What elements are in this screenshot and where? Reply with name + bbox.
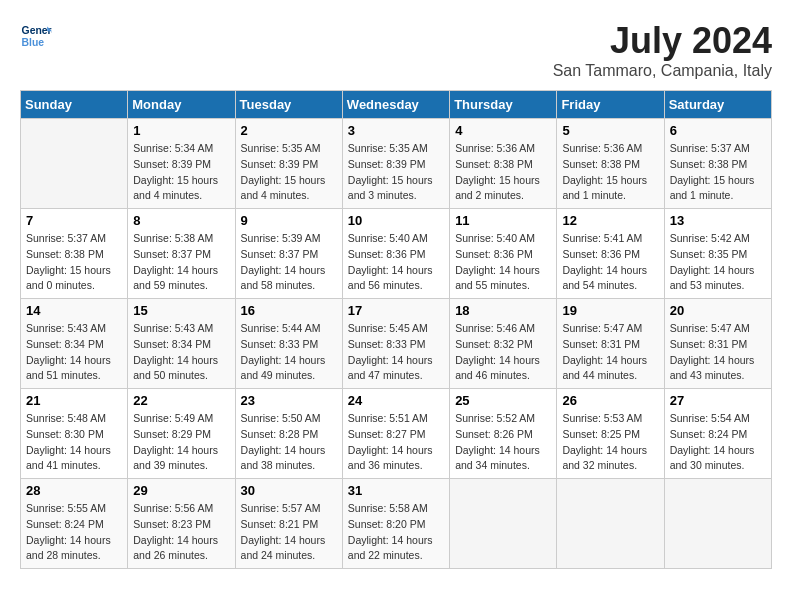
day-number: 15 (133, 303, 229, 318)
calendar-cell: 18Sunrise: 5:46 AM Sunset: 8:32 PM Dayli… (450, 299, 557, 389)
day-info: Sunrise: 5:36 AM Sunset: 8:38 PM Dayligh… (455, 141, 551, 204)
svg-text:Blue: Blue (22, 37, 45, 48)
day-number: 30 (241, 483, 337, 498)
calendar-cell: 25Sunrise: 5:52 AM Sunset: 8:26 PM Dayli… (450, 389, 557, 479)
calendar-cell: 2Sunrise: 5:35 AM Sunset: 8:39 PM Daylig… (235, 119, 342, 209)
weekday-header-thursday: Thursday (450, 91, 557, 119)
calendar-cell: 3Sunrise: 5:35 AM Sunset: 8:39 PM Daylig… (342, 119, 449, 209)
day-number: 25 (455, 393, 551, 408)
week-row-4: 21Sunrise: 5:48 AM Sunset: 8:30 PM Dayli… (21, 389, 772, 479)
day-info: Sunrise: 5:53 AM Sunset: 8:25 PM Dayligh… (562, 411, 658, 474)
calendar-cell: 17Sunrise: 5:45 AM Sunset: 8:33 PM Dayli… (342, 299, 449, 389)
calendar-cell: 27Sunrise: 5:54 AM Sunset: 8:24 PM Dayli… (664, 389, 771, 479)
day-info: Sunrise: 5:56 AM Sunset: 8:23 PM Dayligh… (133, 501, 229, 564)
day-info: Sunrise: 5:47 AM Sunset: 8:31 PM Dayligh… (562, 321, 658, 384)
calendar-table: SundayMondayTuesdayWednesdayThursdayFrid… (20, 90, 772, 569)
day-number: 3 (348, 123, 444, 138)
weekday-header-wednesday: Wednesday (342, 91, 449, 119)
day-number: 28 (26, 483, 122, 498)
week-row-3: 14Sunrise: 5:43 AM Sunset: 8:34 PM Dayli… (21, 299, 772, 389)
calendar-cell (450, 479, 557, 569)
location: San Tammaro, Campania, Italy (553, 62, 772, 80)
page-header: General Blue July 2024 San Tammaro, Camp… (20, 20, 772, 80)
day-info: Sunrise: 5:44 AM Sunset: 8:33 PM Dayligh… (241, 321, 337, 384)
day-number: 10 (348, 213, 444, 228)
day-number: 31 (348, 483, 444, 498)
calendar-cell: 5Sunrise: 5:36 AM Sunset: 8:38 PM Daylig… (557, 119, 664, 209)
day-info: Sunrise: 5:39 AM Sunset: 8:37 PM Dayligh… (241, 231, 337, 294)
day-number: 4 (455, 123, 551, 138)
day-number: 16 (241, 303, 337, 318)
week-row-2: 7Sunrise: 5:37 AM Sunset: 8:38 PM Daylig… (21, 209, 772, 299)
calendar-cell: 20Sunrise: 5:47 AM Sunset: 8:31 PM Dayli… (664, 299, 771, 389)
day-number: 21 (26, 393, 122, 408)
day-number: 9 (241, 213, 337, 228)
day-number: 7 (26, 213, 122, 228)
calendar-cell: 11Sunrise: 5:40 AM Sunset: 8:36 PM Dayli… (450, 209, 557, 299)
calendar-cell: 1Sunrise: 5:34 AM Sunset: 8:39 PM Daylig… (128, 119, 235, 209)
day-number: 23 (241, 393, 337, 408)
calendar-cell: 30Sunrise: 5:57 AM Sunset: 8:21 PM Dayli… (235, 479, 342, 569)
day-number: 29 (133, 483, 229, 498)
day-number: 13 (670, 213, 766, 228)
day-number: 22 (133, 393, 229, 408)
weekday-header-monday: Monday (128, 91, 235, 119)
day-info: Sunrise: 5:50 AM Sunset: 8:28 PM Dayligh… (241, 411, 337, 474)
calendar-cell (664, 479, 771, 569)
day-info: Sunrise: 5:45 AM Sunset: 8:33 PM Dayligh… (348, 321, 444, 384)
day-info: Sunrise: 5:52 AM Sunset: 8:26 PM Dayligh… (455, 411, 551, 474)
weekday-header-tuesday: Tuesday (235, 91, 342, 119)
day-info: Sunrise: 5:37 AM Sunset: 8:38 PM Dayligh… (670, 141, 766, 204)
calendar-cell: 26Sunrise: 5:53 AM Sunset: 8:25 PM Dayli… (557, 389, 664, 479)
week-row-5: 28Sunrise: 5:55 AM Sunset: 8:24 PM Dayli… (21, 479, 772, 569)
calendar-cell: 21Sunrise: 5:48 AM Sunset: 8:30 PM Dayli… (21, 389, 128, 479)
day-info: Sunrise: 5:57 AM Sunset: 8:21 PM Dayligh… (241, 501, 337, 564)
day-number: 6 (670, 123, 766, 138)
calendar-cell: 8Sunrise: 5:38 AM Sunset: 8:37 PM Daylig… (128, 209, 235, 299)
calendar-cell: 22Sunrise: 5:49 AM Sunset: 8:29 PM Dayli… (128, 389, 235, 479)
day-info: Sunrise: 5:58 AM Sunset: 8:20 PM Dayligh… (348, 501, 444, 564)
calendar-cell: 31Sunrise: 5:58 AM Sunset: 8:20 PM Dayli… (342, 479, 449, 569)
calendar-cell: 16Sunrise: 5:44 AM Sunset: 8:33 PM Dayli… (235, 299, 342, 389)
calendar-cell: 24Sunrise: 5:51 AM Sunset: 8:27 PM Dayli… (342, 389, 449, 479)
day-info: Sunrise: 5:35 AM Sunset: 8:39 PM Dayligh… (241, 141, 337, 204)
calendar-cell: 28Sunrise: 5:55 AM Sunset: 8:24 PM Dayli… (21, 479, 128, 569)
day-info: Sunrise: 5:48 AM Sunset: 8:30 PM Dayligh… (26, 411, 122, 474)
day-info: Sunrise: 5:38 AM Sunset: 8:37 PM Dayligh… (133, 231, 229, 294)
calendar-cell: 9Sunrise: 5:39 AM Sunset: 8:37 PM Daylig… (235, 209, 342, 299)
calendar-cell: 12Sunrise: 5:41 AM Sunset: 8:36 PM Dayli… (557, 209, 664, 299)
day-number: 11 (455, 213, 551, 228)
day-info: Sunrise: 5:37 AM Sunset: 8:38 PM Dayligh… (26, 231, 122, 294)
calendar-cell: 23Sunrise: 5:50 AM Sunset: 8:28 PM Dayli… (235, 389, 342, 479)
day-number: 19 (562, 303, 658, 318)
day-info: Sunrise: 5:49 AM Sunset: 8:29 PM Dayligh… (133, 411, 229, 474)
day-info: Sunrise: 5:42 AM Sunset: 8:35 PM Dayligh… (670, 231, 766, 294)
day-info: Sunrise: 5:51 AM Sunset: 8:27 PM Dayligh… (348, 411, 444, 474)
day-number: 20 (670, 303, 766, 318)
day-number: 2 (241, 123, 337, 138)
day-number: 12 (562, 213, 658, 228)
day-info: Sunrise: 5:41 AM Sunset: 8:36 PM Dayligh… (562, 231, 658, 294)
logo: General Blue (20, 20, 52, 52)
day-info: Sunrise: 5:36 AM Sunset: 8:38 PM Dayligh… (562, 141, 658, 204)
day-info: Sunrise: 5:40 AM Sunset: 8:36 PM Dayligh… (455, 231, 551, 294)
calendar-cell: 6Sunrise: 5:37 AM Sunset: 8:38 PM Daylig… (664, 119, 771, 209)
day-number: 26 (562, 393, 658, 408)
day-info: Sunrise: 5:46 AM Sunset: 8:32 PM Dayligh… (455, 321, 551, 384)
calendar-cell: 19Sunrise: 5:47 AM Sunset: 8:31 PM Dayli… (557, 299, 664, 389)
weekday-header-sunday: Sunday (21, 91, 128, 119)
weekday-header-saturday: Saturday (664, 91, 771, 119)
day-info: Sunrise: 5:35 AM Sunset: 8:39 PM Dayligh… (348, 141, 444, 204)
day-info: Sunrise: 5:43 AM Sunset: 8:34 PM Dayligh… (133, 321, 229, 384)
day-info: Sunrise: 5:34 AM Sunset: 8:39 PM Dayligh… (133, 141, 229, 204)
day-number: 1 (133, 123, 229, 138)
day-number: 8 (133, 213, 229, 228)
day-info: Sunrise: 5:55 AM Sunset: 8:24 PM Dayligh… (26, 501, 122, 564)
day-number: 14 (26, 303, 122, 318)
month-year: July 2024 (553, 20, 772, 62)
day-info: Sunrise: 5:43 AM Sunset: 8:34 PM Dayligh… (26, 321, 122, 384)
title-block: July 2024 San Tammaro, Campania, Italy (553, 20, 772, 80)
calendar-cell: 15Sunrise: 5:43 AM Sunset: 8:34 PM Dayli… (128, 299, 235, 389)
day-info: Sunrise: 5:54 AM Sunset: 8:24 PM Dayligh… (670, 411, 766, 474)
calendar-cell: 10Sunrise: 5:40 AM Sunset: 8:36 PM Dayli… (342, 209, 449, 299)
